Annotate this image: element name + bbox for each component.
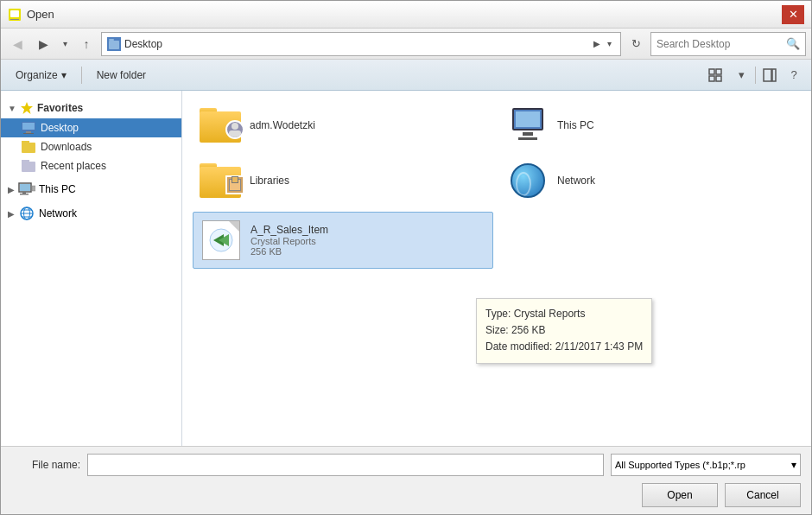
favorites-header[interactable]: ▼ Favorites — [1, 98, 181, 118]
tooltip-type: Type: Crystal Reports — [485, 306, 643, 322]
sidebar-item-downloads[interactable]: Downloads — [1, 137, 181, 156]
sidebar-this-pc-label: This PC — [39, 183, 76, 195]
favorites-label: Favorites — [37, 102, 83, 114]
cr-logo-svg — [208, 227, 234, 253]
svg-rect-6 — [716, 69, 721, 74]
file-item-network[interactable]: Network — [500, 156, 801, 205]
user-overlay — [225, 120, 244, 139]
action-row: Open Cancel — [11, 483, 801, 507]
file-name-row: File name: All Supported Types (*.b1p;*.… — [11, 454, 801, 476]
bottom-bar: File name: All Supported Types (*.b1p;*.… — [1, 446, 811, 514]
this-pc-expand[interactable]: ▶ This PC — [1, 179, 181, 200]
star-icon — [20, 101, 34, 115]
new-folder-button[interactable]: New folder — [89, 65, 154, 86]
svg-rect-9 — [764, 69, 771, 81]
pc-icon-large — [507, 108, 549, 143]
view-grid-icon — [708, 68, 722, 82]
refresh-button[interactable]: ↻ — [625, 33, 647, 55]
search-icon: 🔍 — [786, 37, 800, 50]
title-bar: Open ✕ — [1, 1, 811, 29]
svg-rect-13 — [22, 123, 35, 130]
forward-button[interactable]: ▶ — [32, 33, 54, 55]
toolbar: ◀ ▶ ▾ ↑ Desktop ▶ ▾ ↻ 🔍 — [1, 29, 811, 60]
view-grid-button[interactable] — [703, 64, 727, 86]
view-dropdown-icon: ▾ — [739, 68, 745, 81]
view-buttons: ▾ ? — [703, 64, 804, 86]
libraries-overlay — [225, 175, 244, 194]
file-item-adm[interactable]: adm.Wodetzki — [193, 101, 493, 149]
svg-rect-24 — [32, 186, 35, 191]
address-bar: Desktop ▶ ▾ — [101, 32, 621, 56]
preview-button[interactable] — [758, 64, 782, 86]
address-chevron[interactable]: ▾ — [604, 39, 615, 48]
tooltip-type-label: Type: — [485, 308, 511, 320]
organize-arrow: ▾ — [61, 69, 67, 81]
close-button[interactable]: ✕ — [782, 5, 804, 24]
network-icon-sidebar — [18, 207, 35, 220]
dialog-icon — [8, 8, 22, 22]
sidebar-item-recent[interactable]: Recent places — [1, 156, 181, 175]
svg-rect-8 — [716, 76, 721, 81]
sidebar: ▼ Favorites Desktop — [1, 91, 182, 446]
file-item-thispc[interactable]: This PC — [500, 101, 801, 149]
tooltip-date-label: Date modified: — [485, 340, 552, 353]
collapse-icon: ▼ — [8, 104, 16, 113]
tooltip-date-value: 2/11/2017 1:43 PM — [555, 340, 643, 353]
tooltip: Type: Crystal Reports Size: 256 KB Date … — [476, 298, 652, 364]
svg-rect-5 — [709, 69, 714, 74]
network-collapse: ▶ — [8, 209, 15, 219]
open-dialog: Open ✕ ◀ ▶ ▾ ↑ Desktop ▶ ▾ ↻ 🔍 Organize … — [0, 0, 812, 515]
svg-rect-19 — [22, 160, 29, 163]
view-dropdown-button[interactable]: ▾ — [729, 64, 753, 86]
svg-marker-11 — [21, 102, 33, 114]
tooltip-type-value: Crystal Reports — [514, 308, 586, 320]
cancel-button[interactable]: Cancel — [725, 483, 801, 507]
svg-rect-3 — [109, 41, 119, 49]
preview-icon — [763, 68, 777, 82]
file-item-report[interactable]: A_R_Sales_Item Crystal Reports 256 KB — [193, 212, 493, 269]
back-button[interactable]: ◀ — [6, 33, 29, 55]
sidebar-item-desktop[interactable]: Desktop — [1, 118, 181, 137]
adm-label: adm.Wodetzki — [250, 119, 315, 131]
svg-rect-2 — [10, 19, 19, 20]
file-type-dropdown[interactable]: All Supported Types (*.b1p;*.rp ▾ — [611, 454, 801, 476]
sidebar-network-label: Network — [39, 207, 77, 219]
this-pc-icon — [18, 182, 35, 196]
file-item-libraries[interactable]: Libraries — [193, 156, 493, 205]
tooltip-size-label: Size: — [485, 324, 509, 336]
this-pc-collapse: ▶ — [8, 185, 15, 194]
file-grid: adm.Wodetzki This PC — [193, 101, 801, 269]
network-expand[interactable]: ▶ Network — [1, 203, 181, 224]
main-area: ▼ Favorites Desktop — [1, 91, 811, 446]
svg-rect-4 — [109, 39, 114, 41]
help-button[interactable]: ? — [783, 65, 804, 86]
svg-rect-22 — [22, 192, 26, 194]
open-button[interactable]: Open — [642, 483, 718, 507]
search-box[interactable]: 🔍 — [650, 32, 806, 56]
svg-rect-23 — [20, 194, 29, 195]
separator2 — [755, 67, 756, 84]
desktop-icon — [22, 121, 35, 135]
tooltip-date: Date modified: 2/11/2017 1:43 PM — [485, 339, 643, 355]
up-button[interactable]: ↑ — [75, 33, 98, 55]
file-name-input[interactable] — [87, 454, 604, 476]
svg-rect-21 — [20, 184, 30, 191]
nav-dropdown[interactable]: ▾ — [58, 33, 72, 55]
separator — [81, 67, 82, 84]
svg-rect-17 — [22, 141, 29, 144]
network-label: Network — [557, 175, 595, 187]
search-input[interactable] — [657, 38, 786, 50]
svg-rect-14 — [26, 131, 31, 133]
sidebar-downloads-label: Downloads — [41, 141, 92, 153]
network-icon-large — [507, 163, 549, 198]
file-type-value: All Supported Types (*.b1p;*.rp — [615, 460, 745, 470]
file-type-arrow: ▾ — [791, 459, 796, 471]
new-folder-label: New folder — [97, 69, 146, 81]
folder-icon-adm — [200, 108, 241, 143]
report-name: A_R_Sales_Item — [251, 224, 328, 236]
address-arrow: ▶ — [593, 39, 600, 48]
folder-icon-libraries — [200, 163, 241, 198]
address-text: Desktop — [124, 38, 590, 50]
organize-button[interactable]: Organize ▾ — [8, 65, 74, 86]
recent-icon — [22, 159, 35, 173]
